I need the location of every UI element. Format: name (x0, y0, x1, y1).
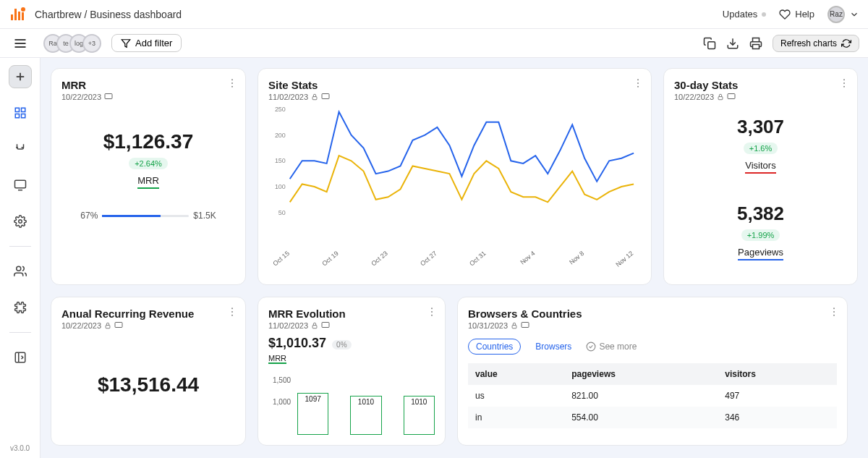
see-more-button[interactable]: See more (586, 342, 637, 352)
bar: 1010 (404, 396, 435, 435)
sidebar-settings[interactable] (9, 210, 32, 233)
heart-icon (779, 9, 791, 20)
svg-text:Nov 4: Nov 4 (519, 250, 536, 266)
content-area: MRR 10/22/2023 $1,126.37 +2.64% MRR 67% … (41, 58, 868, 458)
sidebar-screen[interactable] (9, 174, 32, 197)
arr-value: $13,516.44 (61, 373, 235, 396)
table-row[interactable]: in554.00346 (468, 407, 837, 428)
tab-countries[interactable]: Countries (468, 339, 521, 355)
svg-point-57 (833, 308, 835, 309)
toolbar: Ra te log +3 Add filter Refresh charts (0, 29, 868, 58)
print-icon[interactable] (749, 37, 762, 50)
col-pageviews: pageviews (564, 363, 718, 385)
breadcrumb[interactable]: Chartbrew / Business dashboard (35, 9, 182, 20)
svg-text:50: 50 (278, 209, 286, 216)
bar: 1097 (297, 393, 328, 436)
lock-icon (311, 93, 318, 101)
svg-point-53 (431, 311, 433, 313)
updates-link[interactable]: Updates (723, 9, 766, 20)
sidebar-integrations[interactable] (9, 296, 32, 319)
svg-rect-10 (15, 108, 19, 111)
mrr-delta: +2.64% (129, 158, 168, 169)
col-visitors: visitors (718, 363, 837, 385)
card-subtitle: 10/22/2023 (61, 321, 235, 330)
sidebar-collapse[interactable] (9, 346, 32, 369)
export-icon[interactable] (726, 37, 739, 50)
card-mrr-evolution: MRR Evolution 11/02/2023 $1,010.37 0% MR… (258, 297, 446, 446)
visitors-delta: +1.6% (744, 143, 778, 154)
bar: 1010 (350, 396, 381, 435)
svg-rect-55 (312, 326, 317, 328)
svg-point-59 (833, 315, 835, 316)
card-menu-icon[interactable] (426, 306, 438, 318)
card-menu-icon[interactable] (632, 77, 644, 89)
add-button[interactable] (9, 65, 32, 88)
card-title: Site Stats (268, 79, 641, 91)
copy-icon[interactable] (703, 37, 716, 50)
svg-text:Nov 12: Nov 12 (614, 250, 634, 268)
svg-rect-14 (14, 180, 25, 188)
refresh-icon (841, 38, 851, 48)
tab-browsers[interactable]: Browsers (528, 339, 579, 354)
divider (9, 332, 31, 333)
screen-icon (321, 321, 330, 330)
card-menu-icon[interactable] (226, 306, 238, 318)
help-link[interactable]: Help (779, 9, 814, 20)
refresh-charts-button[interactable]: Refresh charts (773, 35, 859, 52)
updates-label: Updates (723, 9, 757, 20)
site-stats-chart: 50100150200250Oct 15Oct 19Oct 23Oct 27Oc… (268, 101, 641, 268)
chevron-down-icon (849, 9, 859, 20)
svg-rect-50 (106, 326, 110, 328)
screen-icon (727, 93, 736, 101)
pageviews-delta: +1.99% (741, 229, 780, 241)
mrr-evolution-chart: 1,500 1,000 109710101010 (297, 377, 435, 435)
card-title: Browsers & Countries (468, 308, 837, 320)
svg-text:Nov 8: Nov 8 (568, 250, 585, 266)
countries-table: value pageviews visitors us821.00497in55… (468, 363, 837, 428)
avatar: Raz (827, 6, 845, 23)
svg-text:250: 250 (275, 106, 286, 113)
svg-text:Oct 27: Oct 27 (419, 250, 438, 268)
svg-point-25 (637, 82, 639, 84)
svg-text:Oct 23: Oct 23 (370, 250, 389, 268)
card-subtitle: 10/31/2023 (468, 321, 837, 330)
card-menu-icon[interactable] (226, 77, 238, 89)
visitors-label: Visitors (745, 160, 775, 174)
sidebar-connections[interactable] (9, 137, 32, 161)
card-menu-icon[interactable] (838, 77, 850, 89)
hamburger-menu-button[interactable] (13, 36, 27, 51)
card-browsers-countries: Browsers & Countries 10/31/2023 Countrie… (457, 297, 848, 446)
table-row[interactable]: us821.00497 (468, 385, 837, 407)
add-filter-label: Add filter (135, 38, 172, 48)
card-menu-icon[interactable] (828, 306, 840, 318)
svg-rect-61 (522, 323, 529, 328)
svg-text:100: 100 (275, 183, 286, 190)
card-title: Anual Recurring Revenue (61, 308, 235, 320)
mrr-value: $1,126.37 (61, 130, 235, 153)
filter-chip[interactable]: +3 (82, 34, 101, 53)
svg-point-42 (843, 79, 845, 80)
sidebar-team[interactable] (9, 260, 32, 283)
svg-text:200: 200 (275, 132, 286, 139)
svg-text:Oct 15: Oct 15 (271, 250, 291, 268)
help-label: Help (795, 9, 814, 20)
filter-chips[interactable]: Ra te log +3 (43, 34, 101, 53)
lock-icon (104, 322, 111, 329)
svg-rect-7 (752, 44, 759, 48)
screen-icon (521, 321, 529, 330)
lock-icon (511, 322, 518, 329)
card-site-stats: Site Stats 11/02/2023 50100150200250Oct … (258, 68, 652, 285)
svg-point-52 (431, 308, 433, 309)
screen-icon (114, 321, 123, 330)
user-menu[interactable]: Raz (827, 6, 859, 23)
svg-point-24 (637, 79, 639, 80)
svg-rect-27 (312, 97, 317, 100)
mrrevo-label: MRR (268, 354, 286, 364)
svg-point-62 (587, 342, 596, 351)
card-subtitle: 10/22/2023 (674, 93, 847, 101)
add-filter-button[interactable]: Add filter (111, 34, 182, 52)
svg-point-16 (18, 220, 22, 224)
svg-rect-13 (15, 114, 19, 118)
sidebar-dashboard[interactable] (9, 101, 32, 124)
svg-rect-23 (105, 94, 112, 99)
